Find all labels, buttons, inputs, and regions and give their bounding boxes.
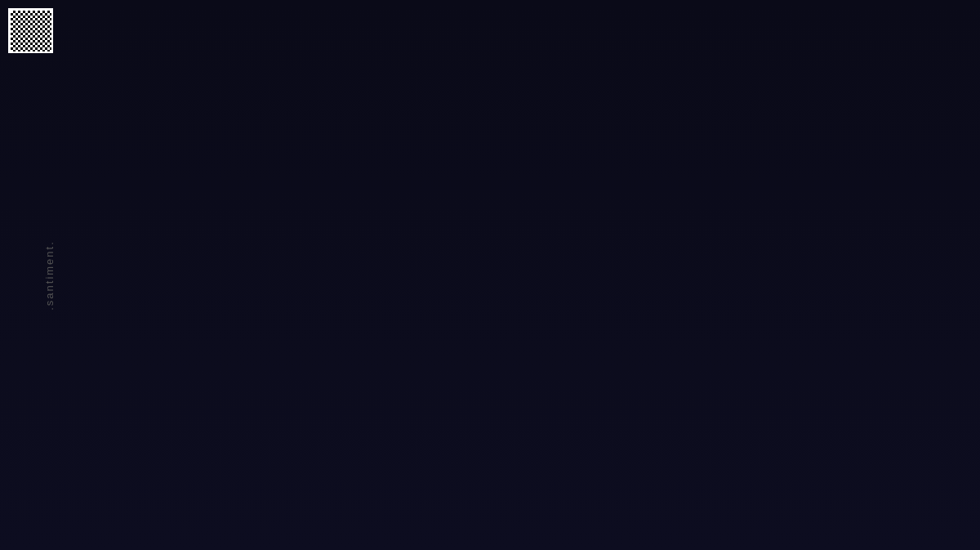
watermark: .santiment. [43,240,56,311]
qr-code [8,8,53,53]
